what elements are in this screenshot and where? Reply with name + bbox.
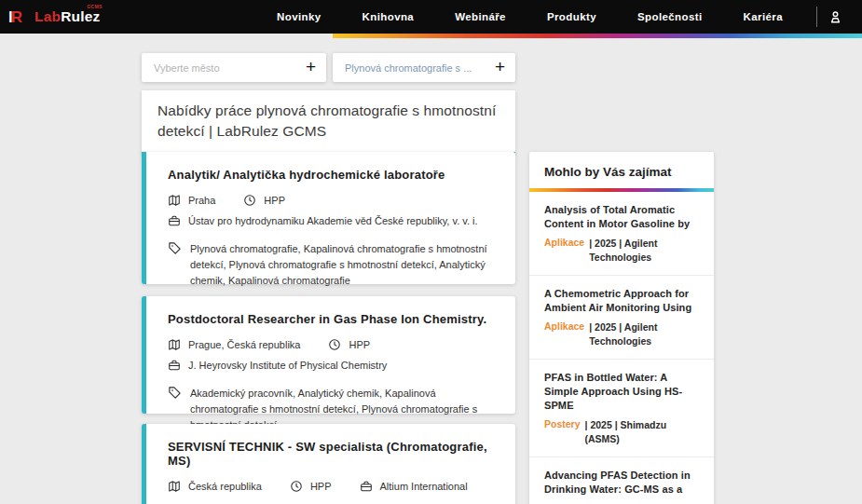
- job-card-servisni-technik[interactable]: SERVISNÍ TECHNIK - SW specialista (Chrom…: [142, 424, 515, 504]
- map-icon: [168, 194, 181, 207]
- article-title: PFAS in Bottled Water: A Simple Approach…: [544, 371, 699, 413]
- filter-row: Vyberte město + Plynová chromatografie s…: [142, 53, 515, 82]
- clock-icon: [290, 480, 303, 493]
- job-contract-type: HPP: [310, 481, 332, 492]
- city-filter-add-icon[interactable]: +: [306, 58, 316, 75]
- sidebar-title: Mohlo by Vás zajímat: [529, 152, 714, 188]
- sidebar-article-1[interactable]: Analysis of Total Aromatic Content in Mo…: [529, 192, 714, 275]
- job-title: Analytik/ Analytička hydrochemické labor…: [168, 168, 500, 182]
- article-meta: | 2025 | Agilent Technologies: [589, 320, 699, 348]
- article-category: Aplikace: [544, 237, 584, 265]
- job-company: J. Heyrovsky Institute of Physical Chemi…: [188, 360, 387, 371]
- briefcase-icon: [360, 480, 373, 493]
- main-nav: Novinky Knihovna Webináře Produkty Spole…: [256, 11, 803, 22]
- clock-icon: [243, 194, 256, 207]
- briefcase-icon: [168, 359, 181, 372]
- nav-item-webinare[interactable]: Webináře: [434, 11, 527, 22]
- job-company: Ústav pro hydrodynamiku Akademie věd Čes…: [188, 215, 478, 226]
- tag-icon: [168, 386, 182, 400]
- topic-filter-value: Plynová chromatografie s ...: [345, 62, 472, 74]
- related-content-sidebar: Mohlo by Vás zajímat Analysis of Total A…: [529, 152, 714, 504]
- job-company: Altium International: [380, 481, 468, 492]
- article-title: A Chemometric Approach for Ambient Air M…: [544, 287, 699, 315]
- article-title: Advancing PFAS Detection in Drinking Wat…: [544, 469, 699, 497]
- topic-filter-add-icon[interactable]: +: [495, 58, 505, 75]
- tag-icon: [168, 241, 182, 255]
- city-filter-placeholder: Vyberte město: [154, 62, 220, 74]
- nav-item-spolecnosti[interactable]: Společnosti: [617, 11, 723, 22]
- job-tags: Plynová chromatografie, Kapalinová chrom…: [190, 241, 500, 289]
- article-meta: | 2025 | Agilent Technologies: [589, 237, 699, 265]
- job-contract-type: HPP: [349, 339, 370, 350]
- job-contract-type: HPP: [264, 195, 285, 206]
- article-meta: | 2025 | Shimadzu (ASMS): [585, 418, 699, 446]
- page-title: Nabídky práce plynová chromatografie s h…: [157, 101, 500, 141]
- clock-icon: [328, 338, 341, 351]
- user-account-icon[interactable]: [817, 9, 853, 25]
- map-icon: [168, 480, 181, 493]
- nav-item-knihovna[interactable]: Knihovna: [342, 11, 435, 22]
- page-title-card: Nabídky práce plynová chromatografie s h…: [142, 90, 515, 155]
- job-title: SERVISNÍ TECHNIK - SW specialista (Chrom…: [168, 440, 500, 468]
- nav-item-novinky[interactable]: Novinky: [256, 11, 342, 22]
- nav-rainbow-gradient-bar: [333, 34, 862, 38]
- job-location: Praha: [188, 195, 215, 206]
- sidebar-article-3[interactable]: PFAS in Bottled Water: A Simple Approach…: [529, 359, 714, 456]
- article-category: Aplikace: [544, 320, 584, 348]
- job-location: Česká republika: [188, 481, 262, 492]
- article-category: Postery: [544, 418, 581, 446]
- top-navbar: lR LabRulezGCMS Novinky Knihovna Webinář…: [0, 0, 862, 34]
- logo-gcms-badge: GCMS: [87, 4, 102, 9]
- city-filter-select[interactable]: Vyberte město +: [142, 53, 326, 82]
- briefcase-icon: [168, 214, 181, 227]
- labrulez-logo-text: LabRulezGCMS: [34, 8, 101, 25]
- nav-item-produkty[interactable]: Produkty: [527, 11, 617, 22]
- job-location: Prague, Česká republika: [188, 339, 300, 350]
- job-title: Postdoctoral Researcher in Gas Phase Ion…: [168, 312, 500, 326]
- labrulez-logo-icon: lR: [8, 7, 28, 27]
- topic-filter-select[interactable]: Plynová chromatografie s ... +: [333, 53, 515, 82]
- sidebar-article-4[interactable]: Advancing PFAS Detection in Drinking Wat…: [529, 456, 714, 504]
- job-card-analytik[interactable]: Analytik/ Analytička hydrochemické labor…: [142, 152, 515, 284]
- sidebar-article-2[interactable]: A Chemometric Approach for Ambient Air M…: [529, 275, 714, 359]
- job-card-postdoctoral[interactable]: Postdoctoral Researcher in Gas Phase Ion…: [142, 296, 515, 414]
- map-icon: [168, 338, 181, 351]
- labrulez-logo[interactable]: lR LabRulezGCMS: [8, 7, 101, 27]
- nav-item-kariera[interactable]: Kariéra: [723, 11, 803, 22]
- article-title: Analysis of Total Aromatic Content in Mo…: [544, 203, 699, 231]
